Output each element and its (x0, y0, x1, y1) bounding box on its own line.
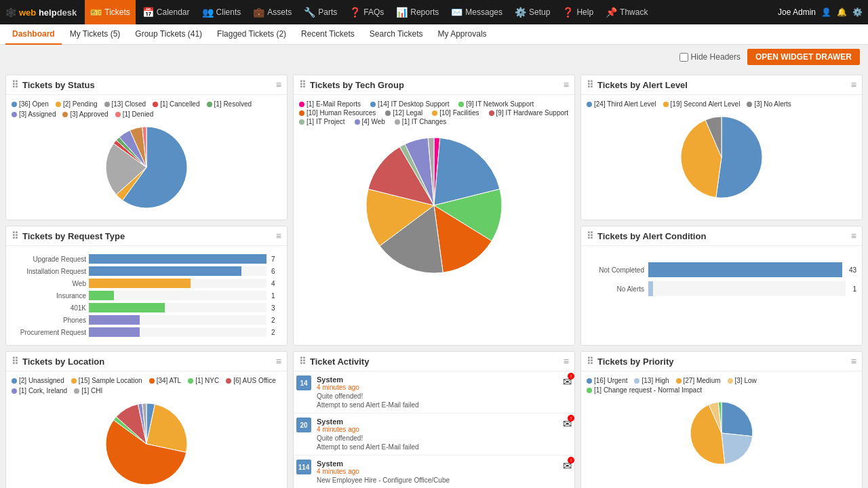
legend-it-hardware-dot (489, 110, 494, 116)
mail-icon-badge-20[interactable]: ✉ ! (563, 418, 572, 430)
legend-chi: [1] CHI (74, 387, 102, 394)
nav-setup[interactable]: ⚙️ Setup (509, 0, 555, 24)
widget-request-body: Upgrade Request 7 Installation Request 6… (6, 246, 287, 345)
legend-legal: [12] Legal (385, 109, 422, 117)
activity-item-114: 114 System 4 minutes ago New Employee Hi… (294, 455, 574, 488)
widget-activity-drag-handle[interactable]: ⠿ (299, 356, 306, 367)
calendar-icon: 📅 (142, 7, 154, 18)
legend-it-network-dot (458, 102, 464, 107)
widget-tech-drag-handle[interactable]: ⠿ (299, 79, 306, 90)
nav-messages[interactable]: ✉️ Messages (446, 0, 508, 24)
legend-hr-dot (299, 110, 304, 116)
activity-icons-20: ✉ ! (563, 418, 572, 451)
parts-icon: 🔧 (304, 7, 315, 18)
legend-email-reports-dot (299, 102, 304, 107)
nav-faqs[interactable]: ❓ FAQs (344, 0, 389, 24)
location-pie-container (12, 397, 281, 488)
priority-legend: [16] Urgent [13] High [27] Medium [3] Lo… (587, 377, 856, 394)
top-nav-bar: 🕸️ web helpdesk 🎫 Tickets 📅 Calendar 👥 C… (0, 0, 868, 24)
nav-help[interactable]: ❓ Help (557, 0, 599, 24)
legend-aus-office: [6] AUS Office (226, 377, 276, 384)
widget-location-menu-icon[interactable]: ≡ (276, 356, 281, 367)
legend-no-alerts-dot (747, 102, 752, 107)
legend-aus-office-dot (226, 378, 231, 384)
header-row: Hide Headers OPEN WIDGET DRAWER (0, 45, 868, 69)
request-bar-value-6: 2 (271, 329, 281, 336)
tickets-icon: 🎫 (90, 7, 102, 18)
widget-activity-header: ⠿ Ticket Activity ≡ (294, 352, 574, 371)
alert-level-pie-chart (677, 113, 766, 201)
location-legend: [2] Unassigned [15] Sample Location [34]… (12, 377, 281, 394)
widget-alert-level-title-area: ⠿ Tickets by Alert Level (587, 79, 688, 90)
legend-unassigned: [2] Unassigned (12, 377, 64, 384)
request-bar-fill-4 (89, 303, 165, 312)
request-bar-label-5: Phones (12, 317, 86, 324)
sec-nav-group-tickets[interactable]: Group Tickets (41) (128, 24, 209, 45)
sec-nav-flagged-tickets[interactable]: Flagged Tickets (2) (210, 24, 293, 45)
widget-request-drag-handle[interactable]: ⠿ (12, 230, 18, 241)
request-bar-label-0: Upgrade Request (12, 256, 86, 263)
widget-alert-level-menu-icon[interactable]: ≡ (851, 79, 856, 90)
sec-nav-search-tickets[interactable]: Search Tickets (363, 24, 430, 45)
mail-icon-badge-114[interactable]: ✉ ! (563, 460, 572, 472)
widget-activity-menu-icon[interactable]: ≡ (564, 356, 569, 367)
logo-icon: 🕸️ (5, 7, 16, 18)
nav-assets[interactable]: 💼 Assets (248, 0, 297, 24)
user-avatar-icon[interactable]: 👤 (821, 7, 831, 17)
request-bar-value-5: 2 (271, 317, 281, 324)
widget-alert-condition-title-area: ⠿ Tickets by Alert Condition (587, 230, 706, 241)
sec-nav-recent-tickets[interactable]: Recent Tickets (294, 24, 361, 45)
legend-third-alert-dot (587, 102, 592, 107)
widget-alert-condition-header: ⠿ Tickets by Alert Condition ≡ (581, 226, 862, 246)
dashboard: ⠿ Tickets by Status ≡ [36] Open [2] Pend… (0, 69, 868, 488)
request-bar-row-2: Web 4 (12, 279, 281, 288)
widget-tickets-by-request-type: ⠿ Tickets by Request Type ≡ Upgrade Requ… (5, 226, 288, 346)
widget-priority-drag-handle[interactable]: ⠿ (587, 356, 593, 367)
legend-change-request: [1] Change request - Normal Impact (587, 386, 702, 394)
sec-nav-dashboard[interactable]: Dashboard (5, 24, 62, 45)
mail-icon-badge-14[interactable]: ✉ ! (563, 375, 572, 388)
nav-clients[interactable]: 👥 Clients (197, 0, 247, 24)
legend-no-alerts: [3] No Alerts (747, 100, 791, 108)
widget-location-drag-handle[interactable]: ⠿ (12, 356, 18, 367)
legend-it-desktop-dot (370, 102, 376, 107)
hide-headers-label[interactable]: Hide Headers (679, 52, 741, 62)
sec-nav-my-tickets[interactable]: My Tickets (5) (63, 24, 127, 45)
legend-facilities-dot (432, 110, 437, 116)
location-pie-chart (102, 400, 191, 488)
request-bar-container-6 (89, 327, 267, 337)
widget-request-menu-icon[interactable]: ≡ (276, 230, 281, 241)
nav-thwack[interactable]: 📌 Thwack (600, 0, 653, 24)
sec-nav-my-approvals[interactable]: My Approvals (431, 24, 494, 45)
tech-legend: [1] E-Mail Reports [14] IT Desktop Suppo… (299, 100, 569, 125)
legend-high-dot (634, 378, 639, 384)
legend-it-project-dot (299, 119, 304, 125)
widget-status-menu-icon[interactable]: ≡ (276, 79, 281, 90)
messages-icon: ✉️ (451, 7, 462, 18)
widget-tech-menu-icon[interactable]: ≡ (564, 79, 569, 90)
status-legend: [36] Open [2] Pending [13] Closed [1] Ca… (12, 100, 281, 118)
widget-alert-level-drag-handle[interactable]: ⠿ (587, 79, 593, 90)
widget-alert-condition-menu-icon[interactable]: ≡ (851, 230, 856, 241)
hide-headers-checkbox[interactable] (679, 53, 688, 62)
notifications-icon[interactable]: 🔔 (837, 7, 847, 17)
nav-reports[interactable]: 📊 Reports (391, 0, 444, 24)
widget-tickets-by-alert-level: ⠿ Tickets by Alert Level ≡ [24] Third Al… (580, 75, 863, 220)
alert-condition-bar-label-0: Not Completed (587, 266, 644, 274)
nav-parts[interactable]: 🔧 Parts (298, 0, 342, 24)
nav-calendar[interactable]: 📅 Calendar (137, 0, 195, 24)
request-bar-row-3: Insurance 1 (12, 291, 281, 300)
alert-condition-bar-value-1: 1 (852, 285, 856, 293)
widget-priority-menu-icon[interactable]: ≡ (851, 356, 856, 367)
legend-web: [4] Web (355, 118, 385, 125)
nav-tickets[interactable]: 🎫 Tickets (85, 0, 136, 24)
widget-alert-condition-drag-handle[interactable]: ⠿ (587, 230, 593, 241)
widget-status-drag-handle[interactable]: ⠿ (12, 79, 18, 90)
widget-alert-condition-title: Tickets by Alert Condition (597, 231, 706, 241)
settings-icon[interactable]: ⚙️ (852, 7, 863, 17)
request-bar-value-4: 3 (271, 304, 281, 312)
reports-icon: 📊 (396, 7, 408, 18)
open-widget-drawer-button[interactable]: OPEN WIDGET DRAWER (747, 49, 860, 65)
alert-condition-bar-track-1 (648, 281, 846, 296)
activity-icons-14: ✉ ! (563, 375, 572, 409)
